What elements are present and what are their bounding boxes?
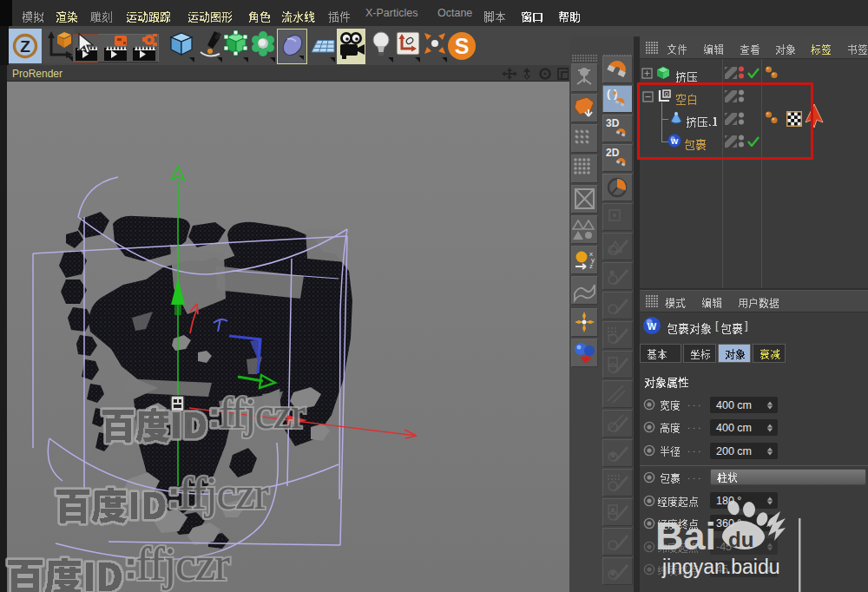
svg-text:z: z <box>589 262 593 270</box>
svg-text:3D: 3D <box>606 117 620 129</box>
svg-text:Z: Z <box>20 37 30 56</box>
svg-text:jingyan.baidu: jingyan.baidu <box>661 556 780 578</box>
svg-text:2D: 2D <box>606 147 620 159</box>
svg-text:Bai: Bai <box>655 514 716 558</box>
svg-text:S: S <box>455 34 470 58</box>
svg-text:ffjczr: ffjczr <box>136 538 230 590</box>
svg-text:ffjczr: ffjczr <box>179 469 269 518</box>
svg-text:ffjczr: ffjczr <box>219 389 306 437</box>
svg-text:du: du <box>728 528 753 551</box>
svg-text:W: W <box>648 321 657 332</box>
